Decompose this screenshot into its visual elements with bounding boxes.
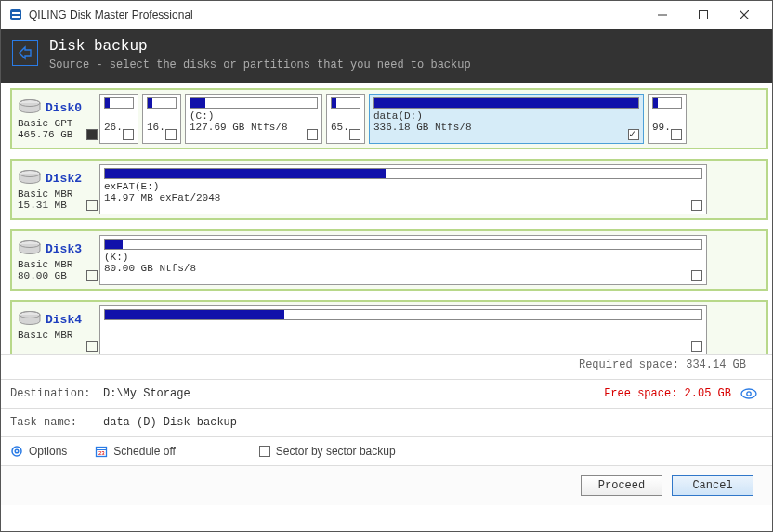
partition-label <box>104 110 134 122</box>
svg-rect-0 <box>10 9 21 20</box>
partition-checkbox[interactable] <box>671 129 682 140</box>
svg-rect-2 <box>12 16 20 18</box>
disk-checkbox[interactable] <box>86 270 98 281</box>
required-space: Required space: 334.14 GB <box>1 354 772 379</box>
disk-row[interactable]: Disk4 Basic MBR <box>10 300 768 354</box>
partition-label <box>331 110 360 122</box>
partition[interactable]: 26. <box>99 94 138 144</box>
options-button[interactable]: Options <box>10 445 67 458</box>
disk-row[interactable]: Disk2 Basic MBR 15.31 MB exFAT(E:) 14.97… <box>10 159 768 220</box>
disk-type: Basic MBR <box>18 188 99 200</box>
minimize-button[interactable] <box>642 1 683 29</box>
destination-row: Destination: D:\My Storage Free space: 2… <box>1 380 772 408</box>
disk-checkbox[interactable] <box>86 200 98 211</box>
taskname-label: Task name: <box>10 416 103 429</box>
disk-name: Disk2 <box>46 172 82 186</box>
disk-list[interactable]: Disk0 Basic GPT 465.76 GB 26. 16. (C:) 1… <box>1 83 772 354</box>
checkbox-icon <box>259 446 270 457</box>
svg-point-15 <box>747 392 751 396</box>
partition[interactable]: 65. <box>326 94 365 144</box>
free-space: Free space: 2.05 GB <box>604 387 731 400</box>
partition[interactable]: 99. <box>648 94 687 144</box>
partition-checkbox[interactable] <box>165 129 177 140</box>
window-title: QILING Disk Master Professional <box>29 8 642 21</box>
svg-rect-4 <box>700 11 708 19</box>
disk-type: Basic MBR <box>18 330 99 341</box>
calendar-icon: 23 <box>95 445 108 458</box>
maximize-button[interactable] <box>683 1 724 29</box>
svg-point-17 <box>15 449 19 453</box>
gear-icon <box>10 445 23 458</box>
app-icon <box>8 7 23 22</box>
taskname-row: Task name: data (D) Disk backup <box>1 409 772 436</box>
disk-icon <box>18 240 42 259</box>
partition[interactable] <box>99 305 707 354</box>
partition-checkbox[interactable] <box>349 129 360 140</box>
partition-label: exFAT(E:) <box>104 181 702 192</box>
partition[interactable]: exFAT(E:) 14.97 MB exFat/2048 <box>99 164 707 214</box>
cancel-button[interactable]: Cancel <box>672 475 753 496</box>
disk-type: Basic GPT <box>18 118 99 129</box>
svg-point-16 <box>12 447 21 456</box>
page-subtitle: Source - select the disks or partitions … <box>49 58 471 71</box>
disk-size: 15.31 MB <box>18 200 67 211</box>
partition-checkbox[interactable] <box>691 200 702 211</box>
sector-checkbox[interactable]: Sector by sector backup <box>259 445 396 458</box>
partition-info: 127.69 GB Ntfs/8 <box>190 122 318 133</box>
disk-icon <box>18 98 42 118</box>
disk-row[interactable]: Disk0 Basic GPT 465.76 GB 26. 16. (C:) 1… <box>10 88 768 149</box>
partition[interactable]: 16. <box>142 94 181 144</box>
svg-text:23: 23 <box>98 450 105 456</box>
partition-info: 336.18 GB Ntfs/8 <box>373 122 639 133</box>
partition-label <box>147 110 177 122</box>
page-title: Disk backup <box>49 38 471 55</box>
partition-label: (C:) <box>190 110 318 122</box>
page-header: Disk backup Source - select the disks or… <box>1 29 772 83</box>
partition-label <box>104 322 702 333</box>
disk-icon <box>18 169 42 188</box>
disk-size: 465.76 GB <box>18 129 72 140</box>
titlebar: QILING Disk Master Professional <box>1 1 772 29</box>
partition-checkbox[interactable] <box>691 341 702 352</box>
options-bar: Options 23 Schedule off Sector by sector… <box>1 436 772 465</box>
close-button[interactable] <box>724 1 765 29</box>
partition-label: (K:) <box>104 252 702 263</box>
disk-name: Disk0 <box>46 101 82 115</box>
partition-info: 14.97 MB exFat/2048 <box>104 192 702 203</box>
partition[interactable]: (K:) 80.00 GB Ntfs/8 <box>99 235 707 285</box>
disk-row[interactable]: Disk3 Basic MBR 80.00 GB (K:) 80.00 GB N… <box>10 229 768 291</box>
disk-name: Disk3 <box>46 242 82 256</box>
svg-rect-1 <box>12 12 20 14</box>
partition-checkbox[interactable] <box>307 129 318 140</box>
partition-checkbox[interactable] <box>628 129 639 140</box>
disk-size: 80.00 GB <box>18 270 67 281</box>
partition[interactable]: data(D:) 336.18 GB Ntfs/8 <box>369 94 644 144</box>
disk-type: Basic MBR <box>18 259 99 270</box>
destination-value[interactable]: D:\My Storage <box>103 387 190 400</box>
backup-icon <box>12 40 38 66</box>
disk-checkbox[interactable] <box>86 129 98 140</box>
button-row: Proceed Cancel <box>1 465 772 505</box>
destination-label: Destination: <box>10 387 103 400</box>
disk-icon <box>18 310 42 330</box>
taskname-value[interactable]: data (D) Disk backup <box>103 416 237 429</box>
disk-name: Disk4 <box>46 313 82 327</box>
disk-checkbox[interactable] <box>86 341 98 352</box>
partition-checkbox[interactable] <box>691 270 702 281</box>
schedule-button[interactable]: 23 Schedule off <box>95 445 176 458</box>
browse-icon[interactable] <box>740 387 757 400</box>
proceed-button[interactable]: Proceed <box>581 475 662 496</box>
partition[interactable]: (C:) 127.69 GB Ntfs/8 <box>185 94 322 144</box>
partition-label <box>652 110 682 122</box>
partition-label: data(D:) <box>373 110 639 122</box>
partition-checkbox[interactable] <box>123 129 134 140</box>
partition-info: 80.00 GB Ntfs/8 <box>104 263 702 274</box>
